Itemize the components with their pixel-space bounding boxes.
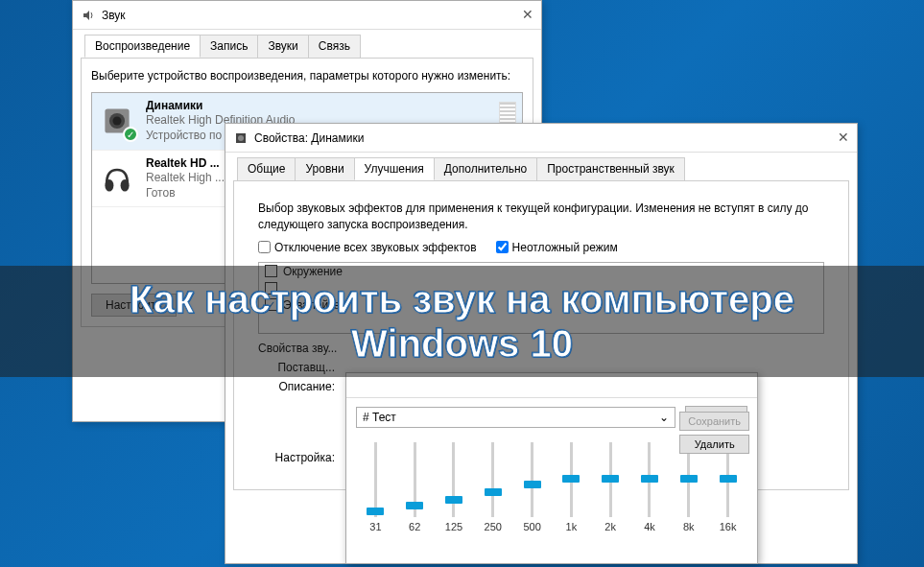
tab-playback[interactable]: Воспроизведение (84, 35, 201, 58)
props-description: Выбор звуковых эффектов для применения к… (258, 201, 824, 233)
close-icon[interactable]: ✕ (522, 7, 533, 22)
speaker-icon: ✓ (98, 102, 136, 140)
save-button[interactable]: Сохранить (679, 412, 749, 431)
eq-slider[interactable]: 62 (399, 440, 430, 532)
slider-thumb[interactable] (445, 496, 462, 504)
slider-track[interactable] (609, 442, 612, 517)
eq-slider[interactable]: 8k (674, 440, 704, 532)
chevron-down-icon: ⌄ (659, 411, 669, 424)
eq-slider[interactable]: 1k (556, 440, 586, 532)
tab-record[interactable]: Запись (200, 35, 258, 58)
eq-slider[interactable]: 125 (438, 440, 469, 532)
setting-label: Настройка: (258, 451, 335, 464)
slider-thumb[interactable] (602, 475, 619, 483)
props-tabs: Общие Уровни Улучшения Дополнительно Про… (225, 153, 857, 180)
slider-thumb[interactable] (680, 475, 698, 483)
slider-thumb[interactable] (562, 475, 580, 483)
svg-point-2 (113, 117, 122, 126)
freq-label: 16k (720, 521, 737, 532)
slider-thumb[interactable] (524, 481, 541, 488)
slider-thumb[interactable] (641, 475, 658, 483)
disable-effects-label: Отключение всех звуковых эффектов (274, 241, 477, 254)
tab-comm[interactable]: Связь (308, 35, 361, 58)
preset-value: # Тест (363, 411, 396, 424)
headphones-icon (98, 159, 136, 198)
slider-track[interactable] (374, 442, 377, 517)
eq-slider[interactable]: 16k (713, 440, 744, 532)
overlay-line1: Как настроить звук на компьютере (0, 277, 924, 321)
eq-slider[interactable]: 31 (360, 440, 391, 532)
freq-label: 31 (369, 521, 381, 532)
slider-track[interactable] (414, 442, 416, 517)
freq-label: 2k (604, 521, 616, 532)
urgent-mode-checkbox[interactable]: Неотложный режим (496, 241, 618, 254)
freq-label: 4k (644, 521, 655, 532)
eq-slider[interactable]: 2k (595, 440, 626, 532)
tab-sounds[interactable]: Звуки (257, 35, 308, 58)
sound-tabs: Воспроизведение Запись Звуки Связь (73, 30, 541, 58)
tab-advanced[interactable]: Дополнительно (434, 157, 537, 180)
tab-general[interactable]: Общие (237, 157, 296, 180)
freq-label: 500 (523, 521, 540, 532)
close-icon[interactable]: ✕ (838, 130, 849, 145)
delete-button[interactable]: Удалить (679, 435, 749, 454)
slider-thumb[interactable] (720, 475, 737, 483)
equalizer-panel: # Тест ⌄ Сброс 31621252505001k2k4k8k16k … (345, 372, 758, 564)
slider-thumb[interactable] (406, 502, 423, 509)
slider-track[interactable] (648, 442, 651, 517)
slider-track[interactable] (491, 442, 494, 517)
eq-slider[interactable]: 4k (634, 440, 665, 532)
device-name: Динамики (146, 99, 495, 114)
slider-track[interactable] (452, 442, 455, 517)
tab-spatial[interactable]: Пространственный звук (536, 157, 685, 180)
disable-effects-checkbox[interactable]: Отключение всех звуковых эффектов (258, 241, 477, 254)
tab-levels[interactable]: Уровни (295, 157, 354, 180)
props-titlebar[interactable]: Свойства: Динамики ✕ (225, 124, 857, 153)
props-icon (233, 130, 249, 146)
slider-track[interactable] (531, 442, 533, 517)
eq-slider[interactable]: 500 (517, 440, 548, 532)
svg-point-6 (238, 135, 244, 141)
freq-label: 62 (409, 521, 420, 532)
freq-label: 1k (566, 521, 578, 532)
svg-point-3 (105, 179, 113, 192)
preset-dropdown[interactable]: # Тест ⌄ (356, 407, 675, 428)
default-check-icon: ✓ (123, 127, 138, 142)
overlay-banner: Как настроить звук на компьютере Windows… (0, 266, 924, 377)
tab-enhancements[interactable]: Улучшения (354, 157, 435, 180)
description-label: Описание: (258, 380, 335, 393)
instruction-text: Выберите устройство воспроизведения, пар… (91, 68, 523, 84)
freq-label: 125 (445, 521, 462, 532)
sound-titlebar[interactable]: Звук ✕ (73, 1, 541, 30)
eq-slider[interactable]: 250 (478, 440, 509, 532)
slider-thumb[interactable] (367, 508, 384, 515)
overlay-line2: Windows 10 (0, 321, 924, 366)
urgent-mode-label: Неотложный режим (512, 241, 618, 254)
freq-label: 250 (485, 521, 502, 532)
sound-title: Звук (102, 9, 126, 22)
freq-label: 8k (683, 521, 695, 532)
slider-track[interactable] (570, 442, 573, 517)
sound-icon (81, 8, 96, 23)
svg-point-4 (121, 179, 130, 192)
slider-thumb[interactable] (485, 488, 502, 496)
props-title: Свойства: Динамики (254, 131, 364, 145)
